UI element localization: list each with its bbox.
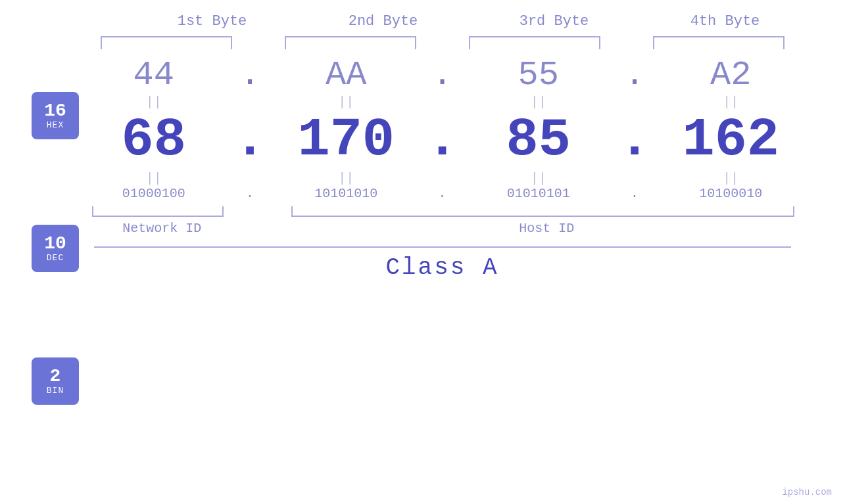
top-brackets [74, 36, 811, 49]
col1-header: 1st Byte [133, 13, 291, 30]
bin-val-4: 10100010 [699, 186, 762, 201]
hex-val-1: 44 [133, 56, 174, 95]
eq-1: || [146, 95, 162, 110]
eq-4: || [723, 95, 738, 110]
dec-badge-number: 10 [44, 235, 66, 253]
hex-val-2: AA [326, 56, 366, 95]
hex-badge: 16 HEX [32, 92, 79, 139]
class-section: Class A [94, 246, 791, 281]
hex-badge-label: HEX [47, 120, 64, 130]
network-host-labels: Network ID Host ID [74, 221, 811, 236]
bottom-brackets-row [74, 206, 811, 217]
bin-val-2: 10101010 [314, 186, 377, 201]
col2-header: 2nd Byte [304, 13, 462, 30]
eq-2: || [338, 95, 354, 110]
eq-row-dec-bin: || || || || [74, 171, 811, 186]
eq-7: || [531, 171, 546, 186]
dec-badge-label: DEC [47, 253, 64, 263]
col4-header: 4th Byte [646, 13, 804, 30]
bracket-1 [101, 36, 232, 49]
eq-row-hex-dec: || || || || [74, 95, 811, 110]
col3-header: 3rd Byte [475, 13, 633, 30]
dot-dec-2: . [426, 110, 458, 171]
dot-bin-3: . [631, 186, 639, 201]
eq-3: || [531, 95, 546, 110]
hex-row: 44 . AA . 55 . A2 [74, 56, 811, 95]
badges-column: 16 HEX 10 DEC 2 BIN [32, 92, 79, 405]
dec-val-1: 68 [122, 110, 186, 171]
eq-6: || [338, 171, 354, 186]
hex-badge-number: 16 [44, 102, 66, 120]
bracket-4 [653, 36, 785, 49]
dec-val-4: 162 [682, 110, 779, 171]
dot-dec-1: . [233, 110, 266, 171]
dot-hex-3: . [624, 56, 644, 95]
bracket-2 [285, 36, 416, 49]
watermark: ipshu.com [782, 487, 832, 497]
host-bracket-container [275, 206, 811, 217]
dot-bin-2: . [438, 186, 446, 201]
host-bracket [291, 206, 794, 217]
network-bracket-container [74, 206, 242, 217]
dot-hex-2: . [432, 56, 452, 95]
dot-hex-1: . [239, 56, 260, 95]
hex-val-4: A2 [710, 56, 751, 95]
bin-badge-number: 2 [50, 367, 61, 386]
bin-badge: 2 BIN [32, 357, 79, 405]
bin-badge-label: BIN [47, 386, 64, 396]
dot-dec-3: . [618, 110, 650, 171]
network-bracket [92, 206, 224, 217]
bin-row: 01000100 . 10101010 . 01010101 . 1010001… [74, 186, 811, 201]
class-label: Class A [94, 254, 791, 281]
main-container: 16 HEX 10 DEC 2 BIN 1st Byte 2nd Byte 3r… [0, 0, 845, 504]
dec-badge: 10 DEC [32, 225, 79, 272]
host-id-label: Host ID [283, 221, 811, 236]
column-headers: 1st Byte 2nd Byte 3rd Byte 4th Byte [74, 13, 811, 30]
bin-val-3: 01010101 [507, 186, 570, 201]
bin-val-1: 01000100 [122, 186, 185, 201]
network-id-label: Network ID [74, 221, 251, 236]
dec-val-2: 170 [297, 110, 395, 171]
eq-8: || [723, 171, 738, 186]
bracket-3 [469, 36, 600, 49]
class-divider [94, 246, 791, 248]
dec-val-3: 85 [506, 110, 571, 171]
dot-bin-1: . [246, 186, 254, 201]
hex-val-3: 55 [518, 56, 559, 95]
eq-5: || [146, 171, 162, 186]
dec-row: 68 . 170 . 85 . 162 [74, 110, 811, 171]
